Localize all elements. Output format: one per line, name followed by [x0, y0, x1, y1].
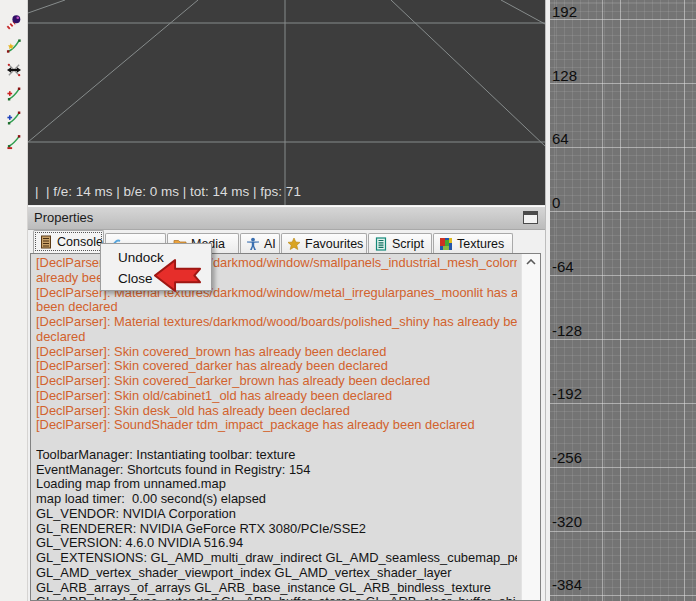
grid-coordinate-label: -320 [552, 513, 582, 530]
console-line: [DeclParser]: Skin covered_darker_brown … [36, 374, 517, 389]
favourites-star-icon [287, 237, 301, 251]
float-panel-icon[interactable] [523, 211, 538, 224]
curve-append-point-icon[interactable] [5, 85, 23, 102]
menu-item-close[interactable]: Close [101, 268, 211, 289]
move-vertices-icon[interactable] [5, 61, 23, 78]
console-line: [DeclParser]: SoundShader tdm_impact_pac… [36, 418, 517, 433]
ai-person-icon [246, 237, 260, 251]
tab-console[interactable]: Console [33, 230, 104, 253]
panel-title: Properties [34, 210, 93, 225]
textures-icon [439, 237, 453, 251]
tab-script[interactable]: Script [368, 233, 432, 253]
grid-coordinate-label: 0 [552, 194, 560, 211]
tab-label: AI [264, 237, 276, 251]
console-scrollbar[interactable] [521, 254, 540, 600]
grid-coordinate-label: -192 [552, 385, 582, 402]
curve-star-icon[interactable] [5, 37, 23, 54]
console-line: EventManager: Shortcuts found in Registr… [36, 463, 517, 478]
curve-remove-point-icon[interactable] [5, 133, 23, 150]
console-icon [39, 235, 53, 249]
camera-3d-viewport[interactable]: | | f/e: 14 ms | b/e: 0 ms | tot: 14 ms … [28, 0, 545, 205]
origin-sphere-icon[interactable] [5, 13, 23, 30]
console-line: declared [36, 330, 517, 345]
grid-coordinate-label: -128 [552, 322, 582, 339]
grid-coordinate-label: 128 [552, 67, 577, 84]
grid-coordinate-label: -256 [552, 449, 582, 466]
console-line: [DeclParser]: Skin covered_darker has al… [36, 359, 517, 374]
grid-coordinate-label: 192 [552, 3, 577, 20]
grid-coordinate-label: -384 [552, 576, 582, 593]
console-line: [DeclParser]: Skin desk_old has already … [36, 404, 517, 419]
wireframe-brush-lines [28, 0, 545, 205]
console-line: GL_EXTENSIONS: GL_AMD_multi_draw_indirec… [36, 551, 517, 566]
tab-label: Script [392, 237, 424, 251]
tab-favourites[interactable]: Favourites [281, 233, 367, 253]
console-line: GL_ARB_blend_func_extended GL_ARB_buffer… [36, 595, 517, 600]
console-line: [DeclParser]: Skin covered_brown has alr… [36, 345, 517, 360]
grid-coordinate-label: 64 [552, 130, 569, 147]
console-line: GL_AMD_vertex_shader_viewport_index GL_A… [36, 566, 517, 581]
tab-label: Console [57, 235, 103, 249]
scroll-up-icon[interactable] [522, 259, 540, 265]
tab-label: Textures [457, 237, 504, 251]
console-line: [DeclParser]: Material textures/darkmod/… [36, 315, 517, 330]
tab-ai[interactable]: AI [240, 233, 280, 253]
editor-window: | | f/e: 14 ms | b/e: 0 ms | tot: 14 ms … [0, 0, 696, 601]
render-stats: | | f/e: 14 ms | b/e: 0 ms | tot: 14 ms … [35, 184, 301, 199]
menu-item-undock[interactable]: Undock [101, 247, 211, 268]
console-line: been declared [36, 300, 517, 315]
ortho-2d-viewport[interactable]: 192128640-64-128-192-256-320-384 [550, 0, 696, 601]
console-line: Loading map from unnamed.map [36, 477, 517, 492]
script-icon [374, 237, 388, 251]
console-output: [DeclParser]: Material textures/darkmod/… [36, 256, 517, 600]
tab-label: Favourites [305, 237, 363, 251]
console-line: GL_ARB_arrays_of_arrays GL_ARB_base_inst… [36, 581, 517, 596]
console-line: [DeclParser]: Skin old/cabinet1_old has … [36, 389, 517, 404]
grid-coordinate-label: -64 [552, 258, 574, 275]
left-toolbar [0, 0, 28, 601]
console-line [36, 433, 517, 448]
console-line: GL_VENDOR: NVIDIA Corporation [36, 507, 517, 522]
console-line: GL_RENDERER: NVIDIA GeForce RTX 3080/PCI… [36, 522, 517, 537]
tab-textures[interactable]: Textures [433, 233, 513, 253]
curve-insert-point-icon[interactable] [5, 109, 23, 126]
console-line: map load timer: 0.00 second(s) elapsed [36, 492, 517, 507]
console-line: GL_VERSION: 4.6.0 NVIDIA 516.94 [36, 536, 517, 551]
tab-context-menu: Undock Close [100, 243, 212, 291]
console-line: ToolbarManager: Instantiating toolbar: t… [36, 448, 517, 463]
properties-title-bar[interactable]: Properties [28, 207, 545, 230]
console-log-view[interactable]: [DeclParser]: Material textures/darkmod/… [30, 253, 541, 601]
